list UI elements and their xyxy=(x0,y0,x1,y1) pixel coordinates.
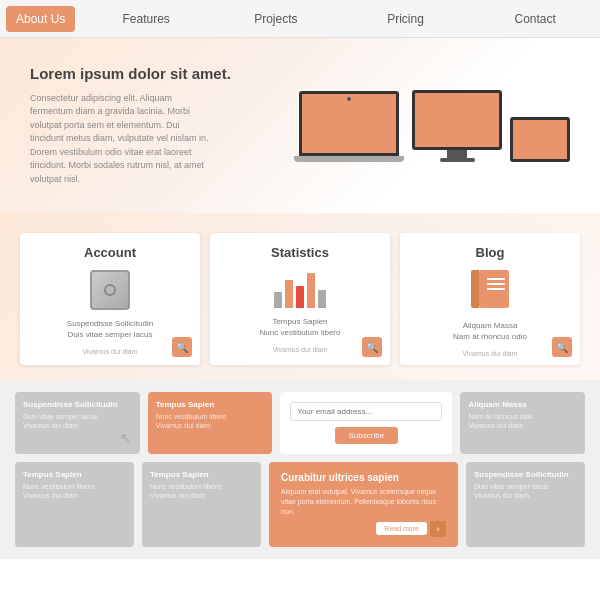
account-sub: Vivamus dui diam xyxy=(32,348,188,355)
monitor-stand xyxy=(447,150,467,158)
laptop-camera xyxy=(347,97,351,101)
next-arrow-button[interactable]: › xyxy=(430,521,446,537)
subscribe-cell: Subscribe xyxy=(280,392,452,454)
grid-cell-2-1-desc: Nunc vestibulum liberoVivamus dui diam xyxy=(23,482,126,500)
statistics-desc: Tempus Sapien Nunc vestibulum libero xyxy=(222,316,378,338)
nav-pricing[interactable]: Pricing xyxy=(341,2,471,36)
grid-cell-2-2-desc: Nunc vestibulum liberoVivamus dui diam xyxy=(150,482,253,500)
statistics-icon-area xyxy=(222,270,378,308)
grid-cell-1-4-title: Aliquam Massa xyxy=(468,400,577,409)
nav-contact[interactable]: Contact xyxy=(470,2,600,36)
blog-desc: Aliquam Massa Nam at rhoncus odio xyxy=(412,320,568,342)
device-tablet xyxy=(510,117,570,162)
blog-card-title: Blog xyxy=(412,245,568,260)
account-icon-area xyxy=(32,270,188,310)
grid-cell-2-2: Tempus Sapien Nunc vestibulum liberoViva… xyxy=(142,462,261,546)
nav-about[interactable]: About Us xyxy=(6,6,75,32)
grid-cell-1-1-desc: Duis vitae semper lacusVivamus dui diam xyxy=(23,412,132,430)
book-lines xyxy=(487,278,505,293)
bar-chart-icon xyxy=(274,270,326,308)
grid-cell-1-2: Tempus Sapien Nunc vestibulum liberoViva… xyxy=(148,392,273,454)
banner-title: Curabitur ultrices sapien xyxy=(281,472,446,483)
grid-cell-2-1-title: Tempus Sapien xyxy=(23,470,126,479)
bottom-grid: Suspendisse Sollicitudin Duis vitae semp… xyxy=(0,380,600,558)
grid-cell-1-1-title: Suspendisse Sollicitudin xyxy=(23,400,132,409)
statistics-card-title: Statistics xyxy=(222,245,378,260)
grid-cell-1-2-title: Tempus Sapien xyxy=(156,400,265,409)
hero-title: Lorem ipsum dolor sit amet. xyxy=(30,65,294,82)
hero-devices xyxy=(294,90,570,162)
blog-search-button[interactable]: 🔍 xyxy=(552,337,572,357)
nav-features[interactable]: Features xyxy=(81,2,211,36)
safe-handle xyxy=(104,284,116,296)
grid-cell-1-2-desc: Nunc vestibulum liberoVivamus dui diam xyxy=(156,412,265,430)
email-input[interactable] xyxy=(290,402,442,421)
hero-description: Consectetur adipiscing elit. Aliquam fer… xyxy=(30,92,210,187)
grid-cell-1-4-desc: Nam at rhoncus odioVivamus dui diam xyxy=(468,412,577,430)
blog-card: Blog Aliquam Massa Nam at rhoncus odio V… xyxy=(400,233,580,365)
subscribe-button[interactable]: Subscribe xyxy=(335,427,399,444)
monitor-screen xyxy=(412,90,502,150)
grid-row-2: Tempus Sapien Nunc vestibulum liberoViva… xyxy=(15,462,585,546)
device-laptop xyxy=(294,91,404,162)
grid-cell-2-1: Tempus Sapien Nunc vestibulum liberoViva… xyxy=(15,462,134,546)
grid-cell-2-4: Suspendisse Sollicitudin Duis vitae semp… xyxy=(466,462,585,546)
safe-icon xyxy=(90,270,130,310)
device-monitor xyxy=(412,90,502,162)
statistics-card: Statistics Tempus Sapien Nunc vestibulum… xyxy=(210,233,390,365)
grid-row-1: Suspendisse Sollicitudin Duis vitae semp… xyxy=(15,392,585,454)
blog-icon-area xyxy=(412,270,568,312)
statistics-search-button[interactable]: 🔍 xyxy=(362,337,382,357)
hero-text: Lorem ipsum dolor sit amet. Consectetur … xyxy=(30,65,294,187)
monitor-base xyxy=(440,158,475,162)
laptop-screen xyxy=(299,91,399,156)
grid-cell-2-4-title: Suspendisse Sollicitudin xyxy=(474,470,577,479)
account-search-button[interactable]: 🔍 xyxy=(172,337,192,357)
grid-cell-2-4-desc: Duis vitae semper lacusVivamus dui diam xyxy=(474,482,577,500)
banner-cell: Curabitur ultrices sapien Aliquam erat v… xyxy=(269,462,458,546)
cursor-icon: ↖ xyxy=(120,430,132,446)
grid-cell-2-2-title: Tempus Sapien xyxy=(150,470,253,479)
hero-section: Lorem ipsum dolor sit amet. Consectetur … xyxy=(0,38,600,213)
navbar: About Us Features Projects Pricing Conta… xyxy=(0,0,600,38)
banner-desc: Aliquam erat volutpat. Vivamus scelerisq… xyxy=(281,487,446,516)
statistics-sub: Vivamus dui diam xyxy=(222,346,378,353)
account-desc: Suspendisse Sollicitudin Duis vitae semp… xyxy=(32,318,188,340)
grid-cell-1-4: Aliquam Massa Nam at rhoncus odioVivamus… xyxy=(460,392,585,454)
nav-projects[interactable]: Projects xyxy=(211,2,341,36)
cards-section: Account Suspendisse Sollicitudin Duis vi… xyxy=(0,213,600,380)
account-card: Account Suspendisse Sollicitudin Duis vi… xyxy=(20,233,200,365)
account-card-title: Account xyxy=(32,245,188,260)
book-icon xyxy=(471,270,509,312)
tablet-screen xyxy=(510,117,570,162)
book-spine xyxy=(471,270,479,308)
laptop-base xyxy=(294,156,404,162)
blog-sub: Vivamus dui diam xyxy=(412,350,568,357)
read-more-button[interactable]: Read more xyxy=(376,522,427,535)
grid-cell-1-1: Suspendisse Sollicitudin Duis vitae semp… xyxy=(15,392,140,454)
